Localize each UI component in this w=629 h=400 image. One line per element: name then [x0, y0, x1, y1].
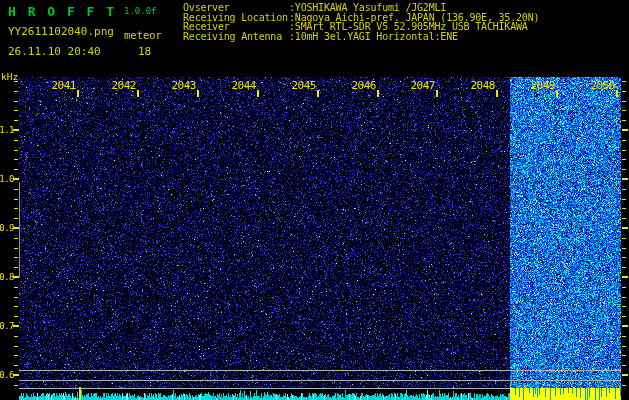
x-axis-tick-label: 2047 — [408, 79, 435, 92]
observation-value: :10mH 3el.YAGI Horizontal:ENE — [289, 31, 458, 42]
x-axis-tick-label: 2045 — [289, 79, 316, 92]
y-axis-unit: kHz — [1, 71, 18, 82]
x-axis-tick-label: 2044 — [229, 79, 256, 92]
y-axis-tick-label: 0.6 — [0, 370, 14, 380]
y-axis-tick-label: 0.7 — [0, 321, 14, 331]
observation-info: Ovserver:YOSHIKAWA Yasufumi /JG2MLI Rece… — [183, 3, 539, 42]
mode-label: meteor — [124, 29, 162, 41]
x-axis-tick-label: 2049 — [528, 79, 555, 92]
output-filename: YY2611102040.png — [8, 25, 114, 38]
app-version: 1.0.0f — [124, 6, 157, 16]
y-axis-tick-label: 0.9 — [0, 223, 14, 233]
datetime-label: 26.11.10 20:40 — [8, 45, 101, 58]
observation-label: Receiving Antenna — [183, 32, 289, 42]
observation-row: Receiving Antenna:10mH 3el.YAGI Horizont… — [183, 32, 539, 42]
x-axis-tick-label: 2046 — [349, 79, 376, 92]
y-axis-tick-label: 0.8 — [0, 272, 14, 282]
spectrogram-canvas — [0, 0, 629, 400]
y-axis-tick-label: 1.1 — [0, 125, 14, 135]
x-axis-tick-label: 2041 — [49, 79, 76, 92]
hrofft-window: H R O F F T 1.0.0f YY2611102040.png mete… — [0, 0, 629, 400]
y-axis-tick-label: 1.0 — [0, 174, 14, 184]
x-axis-tick-label: 2043 — [169, 79, 196, 92]
x-axis-tick-label: 2048 — [468, 79, 495, 92]
x-axis-tick-label: 2050 — [588, 79, 615, 92]
x-axis-tick-label: 2042 — [109, 79, 136, 92]
meteor-count: 18 — [138, 45, 151, 58]
app-title: H R O F F T — [8, 4, 116, 19]
